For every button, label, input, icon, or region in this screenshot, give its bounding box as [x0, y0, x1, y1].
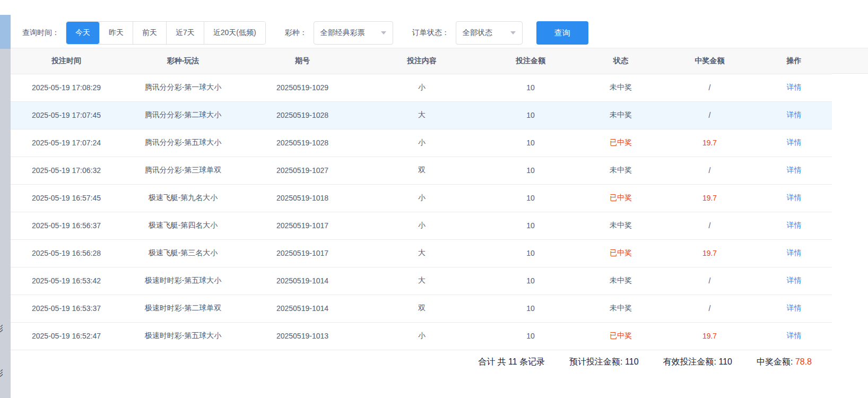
bet-amount-cell: 10: [483, 322, 578, 350]
table-row: 2025-05-19 16:56:37 极速飞艇-第四名大小 20250519-…: [11, 212, 832, 239]
filter-bar: 查询时间： 今天昨天前天近7天近20天(低频) 彩种： 全部经典彩票 订单状态：…: [11, 0, 868, 48]
table-header-gutter: [832, 48, 868, 74]
issue-cell: 20250519-1028: [244, 129, 361, 157]
time-filter-option-0[interactable]: 今天: [66, 22, 99, 44]
detail-link[interactable]: 详情: [787, 83, 802, 91]
table-row: 2025-05-19 17:07:24 腾讯分分彩-第五球大小 20250519…: [11, 129, 832, 157]
valid-bet-amount-value: 110: [718, 357, 732, 366]
detail-link[interactable]: 详情: [787, 138, 802, 146]
chevron-down-icon: [510, 31, 516, 34]
bet-time-cell: 2025-05-19 17:07:24: [11, 129, 122, 157]
bet-content-cell: 大: [361, 267, 483, 295]
detail-link[interactable]: 详情: [787, 304, 802, 312]
detail-link[interactable]: 详情: [787, 193, 802, 202]
prize-cell: /: [663, 101, 756, 129]
column-operation: 操作: [756, 48, 832, 74]
detail-link[interactable]: 详情: [787, 166, 802, 174]
lottery-filter-label: 彩种：: [285, 28, 307, 38]
bet-amount-cell: 10: [483, 184, 578, 212]
lottery-play-cell: 极速飞艇-第四名大小: [122, 212, 244, 239]
order-status-filter-label: 订单状态：: [412, 28, 449, 38]
bet-content-cell: 双: [361, 295, 483, 322]
bet-content-cell: 小: [361, 322, 483, 350]
time-filter-option-2[interactable]: 前天: [133, 22, 166, 44]
total-prize-amount-label: 中奖金额:: [757, 357, 793, 366]
prize-cell: 19.7: [663, 184, 756, 212]
expected-bet-amount-label: 预计投注金额:: [569, 357, 622, 366]
order-status-select-value: 全部状态: [463, 28, 492, 38]
main-content: 查询时间： 今天昨天前天近7天近20天(低频) 彩种： 全部经典彩票 订单状态：…: [11, 0, 868, 398]
detail-link[interactable]: 详情: [787, 276, 802, 284]
operation-cell: 详情: [756, 267, 832, 295]
bet-content-cell: 大: [361, 239, 483, 267]
bet-time-cell: 2025-05-19 16:52:47: [11, 322, 122, 350]
sidebar-text-fragment: 彩: [0, 324, 10, 334]
lottery-play-cell: 极速时时彩-第五球大小: [122, 322, 244, 350]
issue-cell: 20250519-1017: [244, 239, 361, 267]
status-cell: 未中奖: [578, 212, 663, 239]
lottery-play-cell: 腾讯分分彩-第三球单双: [122, 157, 244, 184]
collapsed-sidebar[interactable]: 彩 彩: [0, 0, 11, 398]
betting-records-page: 彩 彩 查询时间： 今天昨天前天近7天近20天(低频) 彩种： 全部经典彩票 订…: [0, 0, 868, 398]
issue-cell: 20250519-1014: [244, 267, 361, 295]
total-prize-amount: 中奖金额: 78.8: [757, 357, 812, 368]
total-records: 合计 共 11 条记录: [478, 357, 545, 368]
column-issue: 期号: [244, 48, 361, 74]
operation-cell: 详情: [756, 212, 832, 239]
issue-cell: 20250519-1013: [244, 322, 361, 350]
bet-time-cell: 2025-05-19 16:53:42: [11, 267, 122, 295]
bet-amount-cell: 10: [483, 212, 578, 239]
status-cell: 未中奖: [578, 157, 663, 184]
detail-link[interactable]: 详情: [787, 248, 802, 257]
lottery-play-cell: 腾讯分分彩-第五球大小: [122, 129, 244, 157]
prize-cell: /: [663, 74, 756, 101]
time-filter-option-4[interactable]: 近20天(低频): [204, 22, 265, 44]
bet-amount-cell: 10: [483, 157, 578, 184]
lottery-play-cell: 腾讯分分彩-第二球大小: [122, 101, 244, 129]
table-row: 2025-05-19 16:53:42 极速时时彩-第五球大小 20250519…: [11, 267, 832, 295]
time-filter-option-1[interactable]: 昨天: [99, 22, 133, 44]
operation-cell: 详情: [756, 101, 832, 129]
operation-cell: 详情: [756, 157, 832, 184]
table-row: 2025-05-19 17:07:45 腾讯分分彩-第二球大小 20250519…: [11, 101, 832, 129]
valid-bet-amount: 有效投注金额: 110: [663, 357, 732, 368]
bet-content-cell: 小: [361, 212, 483, 239]
order-status-select[interactable]: 全部状态: [456, 21, 523, 45]
prize-cell: /: [663, 157, 756, 184]
bet-amount-cell: 10: [483, 129, 578, 157]
sidebar-top-spacer: [0, 0, 11, 15]
prize-cell: /: [663, 267, 756, 295]
detail-link[interactable]: 详情: [787, 221, 802, 229]
bet-content-cell: 小: [361, 129, 483, 157]
lottery-play-cell: 腾讯分分彩-第一球大小: [122, 74, 244, 101]
query-button[interactable]: 查询: [536, 21, 588, 45]
time-filter-option-3[interactable]: 近7天: [166, 22, 204, 44]
detail-link[interactable]: 详情: [787, 110, 802, 119]
bet-time-cell: 2025-05-19 16:56:37: [11, 212, 122, 239]
detail-link[interactable]: 详情: [787, 331, 802, 340]
operation-cell: 详情: [756, 322, 832, 350]
bet-time-cell: 2025-05-19 17:07:45: [11, 101, 122, 129]
issue-cell: 20250519-1017: [244, 212, 361, 239]
prize-cell: /: [663, 212, 756, 239]
sidebar-active-item-fragment: [0, 15, 11, 49]
bet-amount-cell: 10: [483, 295, 578, 322]
bet-time-cell: 2025-05-19 16:56:28: [11, 239, 122, 267]
time-filter-label: 查询时间：: [22, 28, 59, 38]
column-prize-amount: 中奖金额: [663, 48, 756, 74]
summary-footer: 合计 共 11 条记录 预计投注金额: 110 有效投注金额: 110 中奖金额…: [11, 350, 868, 375]
bet-amount-cell: 10: [483, 239, 578, 267]
total-prize-amount-value: 78.8: [795, 357, 812, 366]
lottery-play-cell: 极速飞艇-第九名大小: [122, 184, 244, 212]
issue-cell: 20250519-1014: [244, 295, 361, 322]
status-cell: 未中奖: [578, 295, 663, 322]
lottery-play-cell: 极速飞艇-第三名大小: [122, 239, 244, 267]
operation-cell: 详情: [756, 295, 832, 322]
issue-cell: 20250519-1018: [244, 184, 361, 212]
sidebar-text-fragment: 彩: [0, 368, 10, 378]
expected-bet-amount: 预计投注金额: 110: [569, 357, 638, 368]
prize-cell: 19.7: [663, 129, 756, 157]
expected-bet-amount-value: 110: [625, 357, 639, 366]
lottery-play-cell: 极速时时彩-第二球单双: [122, 295, 244, 322]
lottery-select[interactable]: 全部经典彩票: [314, 21, 393, 45]
